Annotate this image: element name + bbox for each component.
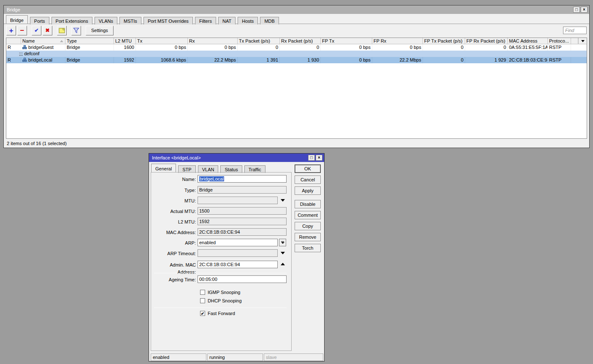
filter-button[interactable]	[71, 26, 81, 35]
close-icon[interactable]: ×	[316, 155, 322, 161]
l2-mtu-field: 1592	[198, 218, 287, 225]
sort-ascending-icon	[60, 40, 63, 42]
mtu-field[interactable]	[198, 197, 278, 204]
row-name-label: bridgeLocal	[28, 57, 52, 62]
col-fp-rx-packet[interactable]: FP Rx Packet (p/s)	[465, 38, 508, 44]
arp-field[interactable]: enabled	[198, 239, 278, 246]
comment-button[interactable]: Comment	[295, 211, 321, 219]
copy-button[interactable]: Copy	[295, 222, 321, 230]
igmp-snooping-checkbox[interactable]: IGMP Snooping	[200, 290, 240, 295]
actual-mtu-field: 1500	[198, 207, 287, 215]
arp-timeout-dropdown-icon[interactable]	[281, 252, 285, 254]
mtu-dropdown-icon[interactable]	[281, 199, 285, 202]
slave-status: slave	[264, 353, 323, 361]
tab-port-mst-overrides[interactable]: Port MST Overrides	[144, 17, 193, 24]
bridge-window-titlebar: Bridge □ ×	[4, 5, 589, 14]
row-rx-packet: 1 930	[280, 57, 321, 63]
tab-filters[interactable]: Filters	[195, 17, 216, 24]
collapse-arrow-icon[interactable]	[281, 263, 285, 265]
row-type: Bridge	[65, 44, 114, 51]
arp-label: ARP:	[152, 240, 196, 247]
interface-dialog: Interface <bridgeLocal> □ × General STP …	[149, 153, 325, 361]
col-name-label: Name	[22, 38, 35, 43]
tab-ports[interactable]: Ports	[30, 17, 49, 24]
tab-hosts[interactable]: Hosts	[238, 17, 258, 24]
add-button[interactable]: +	[6, 26, 16, 35]
bridge-window-title: Bridge	[7, 7, 572, 12]
ok-button[interactable]: OK	[295, 164, 321, 173]
remove-button[interactable]: Remove	[295, 233, 321, 241]
remove-button[interactable]: −	[17, 26, 27, 35]
row-tx: 1068.6 kbps	[136, 57, 188, 63]
tab-port-extensions[interactable]: Port Extensions	[51, 17, 92, 24]
row-tx-packet: 1 391	[238, 57, 280, 63]
mac-address-field: 2C:C8:1B:03:CE:94	[198, 228, 287, 236]
row-type: Bridge	[65, 57, 114, 63]
row-flags: R	[6, 44, 21, 51]
tab-general[interactable]: General	[151, 164, 176, 172]
bridge-table-header: Name Type L2 MTU Tx Rx Tx Packet (p/s) R…	[6, 38, 587, 44]
tab-nat[interactable]: NAT	[218, 17, 236, 24]
separator	[154, 307, 287, 308]
col-flags[interactable]	[6, 38, 21, 44]
col-tx[interactable]: Tx	[136, 38, 188, 44]
dhcp-snooping-label: DHCP Snooping	[208, 298, 242, 303]
maximize-icon[interactable]: □	[308, 155, 315, 161]
row-fp-tx: 0 bps	[321, 44, 372, 51]
row-fp-rx: 0 bps	[372, 44, 423, 51]
row-name: bridgeLocal	[21, 57, 65, 63]
bridge-window: Bridge □ × Bridge Ports Port Extensions …	[3, 5, 590, 148]
name-field[interactable]: bridgeLocal	[198, 175, 287, 183]
row-fp-tx-packet: 0	[423, 44, 465, 51]
settings-button[interactable]: Settings	[86, 26, 114, 35]
fast-forward-checkbox[interactable]: ✔ Fast Forward	[200, 311, 235, 316]
col-tx-packet[interactable]: Tx Packet (p/s)	[238, 38, 280, 44]
dropdown-arrow-icon	[281, 242, 284, 244]
mtu-label: MTU:	[152, 197, 196, 205]
bridge-toolbar: + − ✔ ✖ Settings	[4, 24, 589, 37]
col-name[interactable]: Name	[21, 38, 65, 44]
torch-button[interactable]: Torch	[295, 244, 321, 252]
tab-mdb[interactable]: MDB	[260, 17, 279, 24]
table-row-comment[interactable]: ;;; defconf	[6, 51, 587, 57]
col-rx[interactable]: Rx	[188, 38, 238, 44]
disable-button[interactable]: ✖	[43, 26, 52, 35]
row-fp-rx: 22.2 Mbps	[372, 57, 423, 63]
col-fp-rx[interactable]: FP Rx	[372, 38, 423, 44]
chevron-down-icon	[581, 40, 585, 42]
enable-button[interactable]: ✔	[32, 26, 41, 35]
column-selector-button[interactable]	[578, 38, 587, 44]
maximize-icon[interactable]: □	[573, 7, 580, 13]
admin-mac-label: Admin. MAC Address:	[152, 262, 196, 276]
col-l2mtu[interactable]: L2 MTU	[114, 38, 136, 44]
apply-button[interactable]: Apply	[295, 186, 321, 195]
tab-vlans[interactable]: VLANs	[95, 17, 117, 24]
arp-timeout-field[interactable]	[198, 249, 278, 257]
table-row-bridgeGuest[interactable]: R bridgeGuest Bridge 1600 0 bps 0 bps 0 …	[6, 44, 587, 51]
col-fp-tx-packet[interactable]: FP Tx Packet (p/s)	[423, 38, 465, 44]
table-row-bridgeLocal[interactable]: R bridgeLocal Bridge 1592 1068.6 kbps 22…	[6, 57, 587, 63]
admin-mac-field[interactable]: 2C:C8:1B:03:CE:94	[198, 261, 278, 268]
col-type[interactable]: Type	[65, 38, 114, 44]
find-input[interactable]	[563, 27, 587, 34]
col-mac-address[interactable]: MAC Address	[508, 38, 548, 44]
close-icon[interactable]: ×	[581, 7, 588, 13]
col-rx-packet[interactable]: Rx Packet (p/s)	[280, 38, 321, 44]
tab-bridge[interactable]: Bridge	[6, 15, 28, 24]
status-text: 2 items out of 16 (1 selected)	[7, 141, 67, 146]
arp-dropdown-button[interactable]	[279, 239, 286, 246]
ageing-time-field[interactable]: 00:05:00	[198, 275, 287, 283]
remove-icon: −	[20, 27, 24, 34]
col-fp-tx[interactable]: FP Tx	[321, 38, 372, 44]
bridge-interface-icon	[22, 45, 27, 49]
disable-button[interactable]: Disable	[295, 200, 321, 208]
cancel-button[interactable]: Cancel	[295, 175, 321, 184]
dhcp-snooping-checkbox[interactable]: DHCP Snooping	[200, 298, 242, 303]
tab-mstis[interactable]: MSTIs	[119, 17, 141, 24]
ageing-time-label: Ageing Time:	[152, 276, 196, 283]
checkbox-checked-icon: ✔	[200, 311, 205, 316]
row-mac-address: 0A:55:31:E5:5F:1A	[508, 44, 548, 51]
col-protocol[interactable]: Protoco...	[548, 38, 571, 44]
arp-timeout-label: ARP Timeout:	[152, 250, 196, 257]
comment-button[interactable]	[57, 26, 67, 35]
